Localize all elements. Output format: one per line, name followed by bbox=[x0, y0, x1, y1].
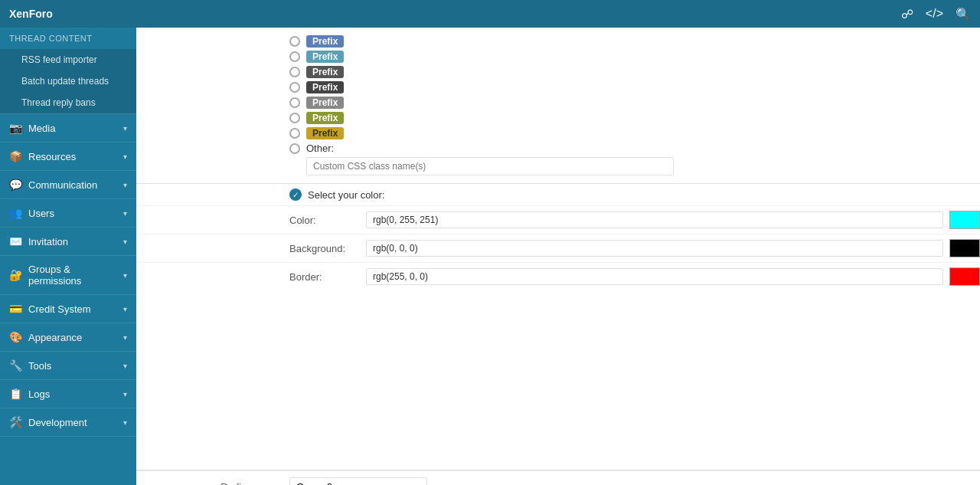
sidebar-logs-label: Logs bbox=[28, 388, 50, 400]
prefix-radio-1[interactable] bbox=[289, 36, 300, 47]
sidebar-communication-label: Communication bbox=[28, 179, 97, 191]
prefix-badge-6: Prefix bbox=[306, 112, 344, 124]
sidebar-item-rss[interactable]: RSS feed importer bbox=[0, 49, 136, 70]
background-label: Background: bbox=[289, 243, 366, 254]
select-color-label: Select your color: bbox=[308, 189, 384, 201]
chevron-down-icon: ▾ bbox=[123, 181, 127, 189]
sidebar-section-tools: 🔧 Tools ▾ bbox=[0, 352, 136, 380]
chevron-down-icon: ▾ bbox=[123, 271, 127, 280]
chevron-down-icon: ▾ bbox=[123, 390, 127, 398]
sidebar-item-appearance[interactable]: 🎨 Appearance ▾ bbox=[0, 323, 136, 351]
sidebar-item-media[interactable]: 📷 Media ▾ bbox=[0, 114, 136, 142]
users-icon: 👥 bbox=[9, 207, 22, 219]
sidebar-item-invitation[interactable]: ✉️ Invitation ▾ bbox=[0, 228, 136, 255]
app-brand: XenForo bbox=[9, 8, 53, 20]
communication-icon: 💬 bbox=[9, 179, 22, 191]
prefix-item-2: Prefix bbox=[289, 51, 980, 63]
chevron-down-icon: ▾ bbox=[123, 209, 127, 218]
border-label: Border: bbox=[289, 271, 366, 283]
sidebar-item-tools[interactable]: 🔧 Tools ▾ bbox=[0, 352, 136, 379]
border-value-input[interactable] bbox=[366, 268, 943, 285]
sidebar-section-logs: 📋 Logs ▾ bbox=[0, 380, 136, 408]
prefix-item-1: Prefix bbox=[289, 35, 980, 48]
chevron-down-icon: ▾ bbox=[123, 152, 127, 161]
sidebar-item-communication[interactable]: 💬 Communication ▾ bbox=[0, 171, 136, 198]
custom-css-container bbox=[289, 157, 980, 175]
prefix-badge-1: Prefix bbox=[306, 35, 344, 48]
chevron-down-icon: ▾ bbox=[123, 124, 127, 133]
tools-icon: 🔧 bbox=[9, 359, 22, 372]
sidebar-credit-label: Credit System bbox=[28, 303, 91, 315]
color-swatch-border[interactable] bbox=[949, 267, 980, 286]
sidebar-item-users[interactable]: 👥 Users ▾ bbox=[0, 199, 136, 227]
top-nav-icons: ☍ </> 🔍 bbox=[901, 7, 971, 21]
sidebar-section-groups: 🔐 Groups & permissions ▾ bbox=[0, 256, 136, 295]
chevron-down-icon: ▾ bbox=[123, 362, 127, 370]
prefix-item-4: Prefix bbox=[289, 81, 980, 93]
sidebar-section-credit: 💳 Credit System ▾ bbox=[0, 295, 136, 323]
sidebar-section-appearance: 🎨 Appearance ▾ bbox=[0, 323, 136, 352]
prefix-radio-3[interactable] bbox=[289, 67, 300, 77]
prefix-group-content bbox=[289, 477, 980, 485]
sidebar-item-credit[interactable]: 💳 Credit System ▾ bbox=[0, 295, 136, 323]
thread-content-header: Thread content bbox=[0, 28, 136, 49]
sidebar-subitems: RSS feed importer Batch update threads T… bbox=[0, 49, 136, 113]
prefix-radio-2[interactable] bbox=[289, 51, 300, 62]
color-swatch-background[interactable] bbox=[949, 239, 980, 257]
thread-content-section: Thread content RSS feed importer Batch u… bbox=[0, 28, 136, 114]
color-value-input[interactable] bbox=[366, 211, 943, 228]
color-swatch-color[interactable] bbox=[949, 211, 980, 229]
prefix-radio-4[interactable] bbox=[289, 82, 300, 93]
background-value-input[interactable] bbox=[366, 240, 943, 257]
media-icon: 📷 bbox=[9, 122, 22, 134]
chevron-down-icon: ▾ bbox=[123, 305, 127, 313]
color-section: ✓ Select your color: Color: Background: bbox=[136, 184, 980, 470]
sidebar-tools-label: Tools bbox=[28, 360, 51, 372]
sidebar-item-logs[interactable]: 📋 Logs ▾ bbox=[0, 380, 136, 408]
top-nav: XenForo ☍ </> 🔍 bbox=[0, 0, 980, 28]
sidebar-media-label: Media bbox=[28, 123, 55, 134]
chevron-down-icon: ▾ bbox=[123, 418, 127, 427]
prefix-badge-7: Prefix bbox=[306, 127, 344, 139]
color-label: Color: bbox=[289, 215, 366, 226]
custom-css-input[interactable] bbox=[306, 157, 674, 175]
color-row-color: Color: bbox=[136, 205, 980, 234]
prefix-radio-other[interactable] bbox=[289, 143, 300, 154]
code-icon[interactable]: </> bbox=[926, 7, 943, 21]
invitation-icon: ✉️ bbox=[9, 235, 22, 247]
layout: Thread content RSS feed importer Batch u… bbox=[0, 28, 980, 485]
credit-icon: 💳 bbox=[9, 303, 22, 315]
prefix-badge-2: Prefix bbox=[306, 51, 344, 63]
color-row-border: Border: bbox=[136, 262, 980, 290]
select-color-icon: ✓ bbox=[289, 188, 302, 201]
prefix-item-other: Other: bbox=[289, 143, 980, 154]
sidebar-resources-label: Resources bbox=[28, 151, 76, 162]
resources-icon: 📦 bbox=[9, 150, 22, 162]
sidebar-item-development[interactable]: 🛠️ Development ▾ bbox=[0, 408, 136, 436]
sidebar-section-development: 🛠️ Development ▾ bbox=[0, 408, 136, 437]
search-icon[interactable]: 🔍 bbox=[956, 7, 971, 21]
prefix-badge-5: Prefix bbox=[306, 97, 344, 109]
prefix-item-6: Prefix bbox=[289, 112, 980, 124]
prefix-radio-7[interactable] bbox=[289, 128, 300, 139]
sidebar-section-media: 📷 Media ▾ bbox=[0, 114, 136, 143]
activity-icon[interactable]: ☍ bbox=[901, 7, 913, 21]
sidebar-section-users: 👥 Users ▾ bbox=[0, 199, 136, 228]
development-icon: 🛠️ bbox=[9, 416, 22, 428]
sidebar-item-resources[interactable]: 📦 Resources ▾ bbox=[0, 143, 136, 170]
other-label: Other: bbox=[306, 143, 334, 154]
sidebar-item-groups[interactable]: 🔐 Groups & permissions ▾ bbox=[0, 256, 136, 294]
prefix-item-7: Prefix bbox=[289, 127, 980, 139]
groups-icon: 🔐 bbox=[9, 269, 22, 281]
prefix-item-3: Prefix bbox=[289, 66, 980, 78]
sidebar-item-reply-bans[interactable]: Thread reply bans bbox=[0, 92, 136, 113]
prefix-badge-3: Prefix bbox=[306, 66, 344, 78]
sidebar-groups-label: Groups & permissions bbox=[28, 264, 123, 287]
prefix-radio-6[interactable] bbox=[289, 113, 300, 123]
chevron-down-icon: ▾ bbox=[123, 333, 127, 342]
sidebar-invitation-label: Invitation bbox=[28, 236, 68, 247]
sidebar-item-batch[interactable]: Batch update threads bbox=[0, 70, 136, 92]
sidebar-development-label: Development bbox=[28, 417, 87, 428]
prefix-group-input[interactable] bbox=[289, 477, 427, 485]
prefix-radio-5[interactable] bbox=[289, 97, 300, 108]
